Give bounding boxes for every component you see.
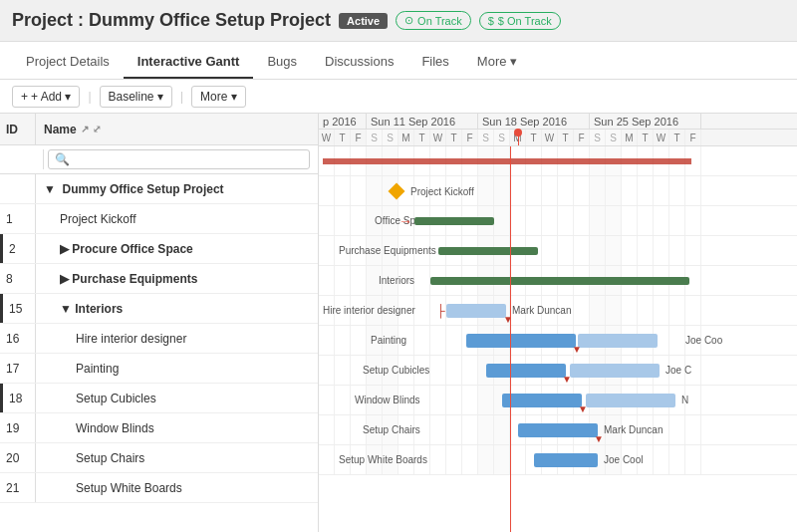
gantt-bar-baseline <box>578 334 658 348</box>
tab-more[interactable]: More ▾ <box>463 46 531 79</box>
cell <box>622 296 638 325</box>
day-W: W <box>430 130 446 145</box>
cell <box>446 386 462 414</box>
cell <box>685 296 701 325</box>
cell <box>606 176 622 205</box>
gantt-bar-label: Joe C <box>665 365 691 376</box>
expand-icon[interactable]: ⤢ <box>93 124 101 134</box>
baseline-button[interactable]: Baseline ▾ <box>100 86 172 108</box>
row-name: Setup White Boards <box>36 481 318 495</box>
row-name: Project Kickoff <box>36 212 318 226</box>
search-input[interactable] <box>48 149 310 169</box>
gantt-bar-label: Mark Duncan <box>604 424 663 435</box>
cell <box>414 266 430 295</box>
cell <box>319 445 335 474</box>
gantt-bar-label: Joe Coo <box>685 335 722 346</box>
gantt-bar-task <box>486 364 566 378</box>
gantt-bar-baseline <box>586 394 675 407</box>
cell <box>319 266 335 295</box>
page-header: Project : Dummy Office Setup Project Act… <box>0 0 797 42</box>
cell <box>558 236 574 265</box>
add-button[interactable]: + + Add ▾ <box>12 86 80 108</box>
day-T: T <box>446 130 462 145</box>
table-row: 21 Setup White Boards <box>0 473 318 503</box>
tab-project-details[interactable]: Project Details <box>12 46 124 79</box>
cell <box>430 356 446 385</box>
table-row: 15 ▼ Interiors <box>0 294 318 324</box>
cell <box>478 386 494 414</box>
today-line <box>510 146 511 532</box>
day-S: S <box>494 130 510 145</box>
task-list-header: ID Name ↗ ⤢ <box>0 114 318 145</box>
gantt-bar-group <box>430 277 689 285</box>
cell <box>494 176 510 205</box>
dollar-icon: $ <box>488 15 494 27</box>
task-rows: ▼ Dummy Office Setup Project 1 Project K… <box>0 174 318 532</box>
cell <box>542 176 558 205</box>
cell <box>319 176 335 205</box>
cell <box>669 236 685 265</box>
gantt-row-label: Interiors <box>379 275 414 286</box>
cell <box>669 296 685 325</box>
gantt-delay-indicator: ▼ <box>572 344 582 355</box>
tab-files[interactable]: Files <box>407 46 462 79</box>
tab-bugs[interactable]: Bugs <box>253 46 311 79</box>
cell <box>335 206 351 235</box>
cell <box>494 206 510 235</box>
day-T: T <box>526 130 542 145</box>
cell <box>319 326 335 355</box>
cell <box>446 356 462 385</box>
day-S: S <box>606 130 622 145</box>
row-id: 19 <box>0 413 36 442</box>
gantt-row-label: Hire interior designer <box>323 305 415 316</box>
gantt-rows: Project Kickoff Office Space → <box>319 146 797 475</box>
cell <box>414 296 430 325</box>
day-T: T <box>414 130 430 145</box>
gantt-delay-indicator: ▼ <box>578 403 588 414</box>
table-row: 19 Window Blinds <box>0 413 318 443</box>
day-M: M <box>622 130 638 145</box>
row-name: ▼ Dummy Office Setup Project <box>36 182 318 196</box>
table-row: 20 Setup Chairs <box>0 443 318 473</box>
cell <box>319 236 335 265</box>
gantt-row: Window Blinds N ▼ <box>319 386 797 415</box>
badge-on-track-dollar: $ $ On Track <box>479 12 561 30</box>
cell <box>638 206 654 235</box>
sort-asc-icon[interactable]: ↗ <box>81 124 89 134</box>
row-id: 16 <box>0 324 36 353</box>
tab-interactive-gantt[interactable]: Interactive Gantt <box>124 46 254 79</box>
cell <box>335 386 351 414</box>
gantt-bar-task <box>466 334 576 348</box>
row-id: 1 <box>0 204 36 233</box>
cell <box>462 386 478 414</box>
cell <box>351 206 367 235</box>
badge-on-track: ⊙ On Track <box>396 11 471 30</box>
cell <box>319 356 335 385</box>
cell <box>622 176 638 205</box>
gantt-area: p 2016 Sun 11 Sep 2016 Sun 18 Sep 2016 S… <box>319 114 797 532</box>
cell <box>526 206 542 235</box>
cell <box>606 296 622 325</box>
cell <box>351 326 367 355</box>
cell <box>319 386 335 414</box>
cell <box>335 415 351 444</box>
tab-discussions[interactable]: Discussions <box>311 46 407 79</box>
cell <box>526 176 542 205</box>
gantt-row: Setup Chairs Mark Duncan ▼ <box>319 415 797 445</box>
cell <box>574 206 590 235</box>
cell <box>478 176 494 205</box>
more-button[interactable]: More ▾ <box>191 86 246 108</box>
gantt-bar-group <box>414 217 494 225</box>
cell <box>494 445 510 474</box>
week-label: Sun 11 Sep 2016 <box>367 114 478 129</box>
row-id: 21 <box>0 473 36 502</box>
gantt-bar-label: Mark Duncan <box>512 305 571 316</box>
row-id: 17 <box>0 354 36 383</box>
day-F: F <box>462 130 478 145</box>
col-name: Name ↗ ⤢ <box>36 114 318 144</box>
cell <box>590 296 606 325</box>
cell <box>335 176 351 205</box>
cell <box>638 236 654 265</box>
cell <box>654 296 669 325</box>
gantt-row: Project Kickoff <box>319 176 797 206</box>
